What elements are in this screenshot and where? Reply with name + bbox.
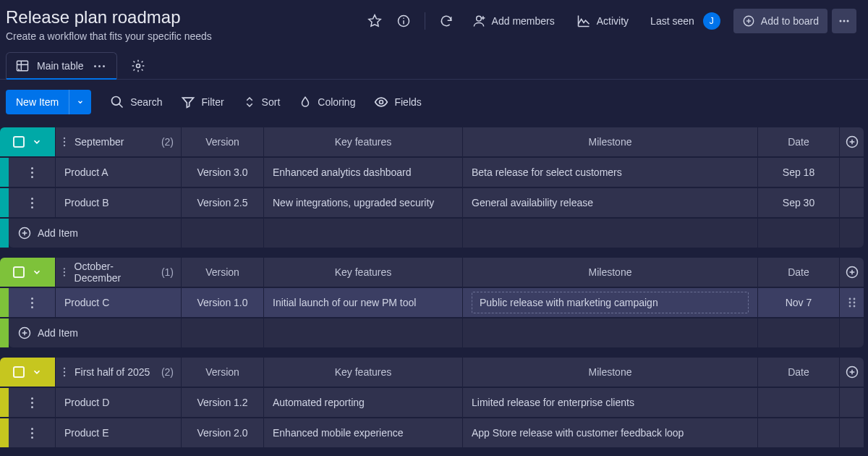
cell-milestone[interactable]: Beta release for select customers <box>462 158 757 187</box>
column-header-milestone[interactable]: Milestone <box>462 258 757 287</box>
row-end[interactable] <box>839 288 864 317</box>
column-header-version[interactable]: Version <box>181 258 263 287</box>
cell-date[interactable] <box>757 388 839 417</box>
new-item-button[interactable]: New Item <box>6 90 91 114</box>
group-handle[interactable] <box>0 127 55 156</box>
cell-milestone[interactable]: General availability release <box>462 188 757 217</box>
new-item-label: New Item <box>6 96 69 108</box>
table-row[interactable]: Product B Version 2.5 New integrations, … <box>0 188 868 217</box>
cell-version[interactable]: Version 2.0 <box>181 418 263 447</box>
cell-date[interactable]: Sep 30 <box>757 188 839 217</box>
cell-milestone[interactable]: Limited release for enterprise clients <box>462 388 757 417</box>
cell-features[interactable]: Automated reporting <box>263 388 462 417</box>
cell-date[interactable]: Nov 7 <box>757 288 839 317</box>
plus-circle-icon <box>845 265 859 279</box>
column-header-features[interactable]: Key features <box>263 358 462 387</box>
cell-version[interactable]: Version 2.5 <box>181 188 263 217</box>
cell-date[interactable]: Sep 18 <box>757 158 839 187</box>
table-row[interactable]: Product C Version 1.0 Initial launch of … <box>0 288 868 317</box>
item-name[interactable]: Product C <box>55 288 181 317</box>
row-menu-button[interactable] <box>9 288 55 317</box>
item-name[interactable]: Product E <box>55 418 181 447</box>
cell-milestone[interactable]: App Store release with customer feedback… <box>462 418 757 447</box>
group-handle[interactable] <box>0 358 55 387</box>
column-header-date[interactable]: Date <box>757 358 839 387</box>
column-header-features[interactable]: Key features <box>263 258 462 287</box>
row-menu-button[interactable] <box>9 158 55 187</box>
column-header-date[interactable]: Date <box>757 127 839 156</box>
group-checkbox[interactable] <box>13 266 25 278</box>
sync-button[interactable] <box>434 9 459 33</box>
plus-circle-icon <box>845 365 859 379</box>
add-column-button[interactable] <box>839 127 864 156</box>
cell-version[interactable]: Version 1.2 <box>181 388 263 417</box>
more-horizontal-icon <box>837 14 851 28</box>
info-button[interactable] <box>391 9 416 33</box>
row-color-bar <box>0 418 9 447</box>
cell-features[interactable]: Enhanced analytics dashboard <box>263 158 462 187</box>
svg-line-20 <box>119 104 123 108</box>
add-members-button[interactable]: Add members <box>463 9 563 33</box>
search-button[interactable]: Search <box>110 95 162 109</box>
cell-milestone[interactable]: Public release with marketing campaign <box>462 288 757 317</box>
group-name: October-December <box>75 261 156 284</box>
activity-button[interactable]: Activity <box>568 9 637 33</box>
star-icon <box>367 14 382 28</box>
column-header-version[interactable]: Version <box>181 127 263 156</box>
fields-button[interactable]: Fields <box>374 95 421 109</box>
favorite-button[interactable] <box>362 9 387 33</box>
row-menu-button[interactable] <box>9 188 55 217</box>
add-item-button[interactable]: Add Item <box>9 219 181 248</box>
cell-date[interactable] <box>757 418 839 447</box>
group-checkbox[interactable] <box>13 136 25 148</box>
group-title-cell[interactable]: First half of 2025 (2) <box>55 358 181 387</box>
item-name[interactable]: Product B <box>55 188 181 217</box>
milestone-edit-field[interactable]: Public release with marketing campaign <box>472 292 749 313</box>
row-color-bar <box>0 288 9 317</box>
blank-cell <box>181 318 263 347</box>
last-seen-button[interactable]: Last seen J <box>642 9 729 33</box>
cell-features[interactable]: Initial launch of our new PM tool <box>263 288 462 317</box>
table-row[interactable]: Product A Version 3.0 Enhanced analytics… <box>0 158 868 187</box>
view-settings-button[interactable] <box>126 54 150 78</box>
new-item-dropdown[interactable] <box>69 90 91 114</box>
plus-circle-icon <box>17 226 32 240</box>
group-name: First half of 2025 <box>75 366 150 378</box>
cell-features[interactable]: New integrations, upgraded security <box>263 188 462 217</box>
plus-circle-icon <box>845 135 859 149</box>
activity-icon <box>576 14 591 28</box>
item-name[interactable]: Product D <box>55 388 181 417</box>
table-row[interactable]: Product E Version 2.0 Enhanced mobile ex… <box>0 418 868 447</box>
item-name[interactable]: Product A <box>55 158 181 187</box>
column-header-version[interactable]: Version <box>181 358 263 387</box>
row-menu-button[interactable] <box>9 418 55 447</box>
add-to-board-button[interactable]: Add to board <box>733 9 827 33</box>
row-menu-button[interactable] <box>9 388 55 417</box>
tab-more-button[interactable] <box>91 65 108 67</box>
group-checkbox[interactable] <box>13 366 25 378</box>
group-title-cell[interactable]: September (2) <box>55 127 181 156</box>
column-header-milestone[interactable]: Milestone <box>462 127 757 156</box>
column-header-milestone[interactable]: Milestone <box>462 358 757 387</box>
drag-vertical-icon <box>63 366 69 378</box>
column-header-features[interactable]: Key features <box>263 127 462 156</box>
add-column-button[interactable] <box>839 258 864 287</box>
activity-label: Activity <box>597 15 629 27</box>
drag-vertical-icon <box>63 266 69 278</box>
column-header-date[interactable]: Date <box>757 258 839 287</box>
tab-main-table[interactable]: Main table <box>6 52 117 79</box>
table-row[interactable]: Product D Version 1.2 Automated reportin… <box>0 388 868 417</box>
svg-point-31 <box>64 268 65 269</box>
more-menu-button[interactable] <box>832 9 856 33</box>
add-column-button[interactable] <box>839 358 864 387</box>
group-title-cell[interactable]: October-December (1) <box>55 258 181 287</box>
sort-button[interactable]: Sort <box>243 96 281 109</box>
group-count: (1) <box>161 266 174 278</box>
cell-version[interactable]: Version 1.0 <box>181 288 263 317</box>
group-handle[interactable] <box>0 258 55 287</box>
add-item-button[interactable]: Add Item <box>9 318 181 347</box>
coloring-button[interactable]: Coloring <box>299 96 355 109</box>
filter-button[interactable]: Filter <box>181 95 224 109</box>
cell-version[interactable]: Version 3.0 <box>181 158 263 187</box>
cell-features[interactable]: Enhanced mobile experience <box>263 418 462 447</box>
